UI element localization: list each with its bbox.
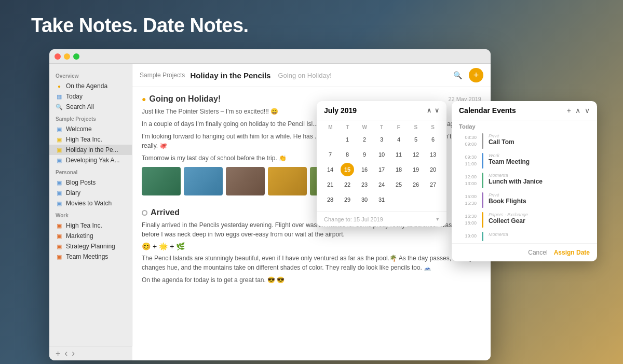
work-section-label: Work	[49, 208, 132, 220]
events-title: Calendar Events	[459, 106, 516, 115]
calendar-day[interactable]: 10	[375, 148, 388, 161]
note-title-2: Arrived	[142, 208, 180, 217]
calendar-day[interactable]: 19	[409, 163, 423, 176]
event-details-6: Momenta	[489, 232, 590, 237]
sidebar-label: Welcome	[66, 125, 92, 133]
nav-prev-icon[interactable]: ‹	[64, 348, 67, 359]
calendar-day[interactable]: 27	[426, 178, 440, 191]
sidebar-label: Today	[66, 93, 83, 100]
calendar-day[interactable]: 25	[392, 178, 405, 191]
calendar-day[interactable]: 5	[409, 133, 423, 146]
traffic-light-red[interactable]	[55, 53, 61, 60]
add-note-icon[interactable]: +	[56, 349, 60, 358]
calendar-day[interactable]: 16	[358, 163, 371, 176]
note-title-text: Going on Holiday!	[149, 94, 221, 104]
event-item-lunch[interactable]: 12:00 13:00 Momenta Lunch with Janice	[452, 171, 597, 190]
sidebar-item-developing-yak[interactable]: ▣ Developing Yak A...	[49, 155, 132, 165]
event-item-team-meeting[interactable]: 09:30 11:00 Work Team Meeting	[452, 151, 597, 171]
event-time-2: 09:30 11:00	[459, 153, 477, 167]
note-image-3	[226, 167, 265, 195]
box-icon: ▣	[56, 157, 63, 164]
calendar-day[interactable]: 24	[375, 178, 388, 191]
event-category-6: Momenta	[489, 232, 590, 237]
events-next-btn[interactable]: ∨	[585, 106, 590, 115]
sidebar-label: Movies to Watch	[66, 200, 112, 207]
box-icon: ▣	[56, 179, 63, 186]
sidebar-item-welcome[interactable]: ▣ Welcome	[49, 124, 132, 134]
calendar-day[interactable]: 2	[358, 133, 371, 146]
sidebar-label: Strategy Planning	[66, 243, 115, 250]
sidebar-bottom-bar: + ‹ ›	[49, 346, 132, 360]
today-label: Today	[452, 120, 597, 131]
search-button[interactable]: 🔍	[450, 68, 465, 82]
calendar-day[interactable]: 4	[392, 133, 405, 146]
personal-section-label: Personal	[49, 165, 132, 177]
calendar-day[interactable]: 9	[358, 148, 371, 161]
sidebar-item-movies[interactable]: ▣ Movies to Watch	[49, 198, 132, 208]
nav-next-icon[interactable]: ›	[72, 348, 75, 359]
calendar-day[interactable]: 23	[358, 178, 371, 191]
sidebar-item-team-meetings[interactable]: ▣ Team Meetings	[49, 251, 132, 262]
note-dot-icon: ●	[142, 95, 146, 103]
calendar-day[interactable]: 14	[323, 163, 337, 176]
calendar-day[interactable]: 17	[375, 163, 388, 176]
calendar-day[interactable]: 26	[409, 178, 423, 191]
calendar-day[interactable]: 18	[392, 163, 405, 176]
sidebar-item-work-high-tea[interactable]: ▣ High Tea Inc.	[49, 220, 132, 231]
event-details-5: Papers · Exchange Collect Gear	[489, 212, 590, 225]
add-button[interactable]: +	[469, 68, 483, 82]
sidebar-item-strategy-planning[interactable]: ▣ Strategy Planning	[49, 241, 132, 251]
traffic-light-green[interactable]	[73, 53, 79, 60]
event-item-collect-gear[interactable]: 16:30 18:00 Papers · Exchange Collect Ge…	[452, 210, 597, 230]
calendar-day[interactable]: 30	[358, 193, 371, 206]
calendar-day[interactable]: 3	[375, 133, 388, 146]
sidebar-item-search-all[interactable]: 🔍 Search All	[49, 102, 132, 112]
events-panel: Calendar Events + ∧ ∨ Today 08:30 09:00 …	[452, 101, 597, 261]
box-icon: ▣	[56, 232, 63, 240]
sidebar-item-on-the-agenda[interactable]: ● On the Agenda	[49, 81, 132, 91]
calendar-day[interactable]: 13	[426, 148, 440, 161]
sidebar-label: Marketing	[66, 232, 93, 240]
sidebar-item-diary[interactable]: ▣ Diary	[49, 188, 132, 198]
event-item-book-flights[interactable]: 15:00 15:30 Privé Book Flights	[452, 190, 597, 210]
sidebar-label: High Tea Inc.	[66, 136, 102, 143]
calendar-scroll-btn[interactable]: ▾	[436, 216, 439, 222]
sidebar-item-high-tea[interactable]: ▣ High Tea Inc.	[49, 134, 132, 145]
event-bar-2	[482, 153, 483, 169]
calendar-next-btn[interactable]: ∨	[435, 107, 439, 114]
calendar-day[interactable]: 21	[323, 178, 337, 191]
note-image-1	[142, 167, 181, 195]
box-icon: ▣	[56, 200, 63, 207]
calendar-day[interactable]: 20	[426, 163, 440, 176]
sidebar-item-blog-posts[interactable]: ▣ Blog Posts	[49, 177, 132, 188]
sidebar-item-marketing[interactable]: ▣ Marketing	[49, 231, 132, 241]
events-header: Calendar Events + ∧ ∨	[452, 101, 597, 120]
events-add-btn[interactable]: +	[567, 106, 571, 115]
calendar-day[interactable]: 6	[426, 133, 440, 146]
note-text-2b: The Pencil Islands are stunningly beauti…	[142, 254, 481, 272]
calendar-icon: ▦	[56, 93, 63, 100]
calendar-day[interactable]: 8	[341, 148, 354, 161]
traffic-light-yellow[interactable]	[64, 53, 70, 60]
calendar-day[interactable]: 28	[323, 193, 337, 206]
calendar-prev-btn[interactable]: ∧	[427, 107, 431, 114]
calendar-day[interactable]: 7	[323, 148, 337, 161]
calendar-day[interactable]: 15	[341, 163, 354, 176]
calendar-day[interactable]: 31	[375, 193, 388, 206]
calendar-days: 1234567891011121314151617181920212223242…	[322, 132, 441, 207]
event-item-call-tom[interactable]: 08:30 09:00 Privé Call Tom	[452, 131, 597, 151]
cancel-button[interactable]: Cancel	[528, 249, 547, 256]
sidebar-label: Blog Posts	[66, 179, 96, 186]
calendar-day[interactable]: 29	[341, 193, 354, 206]
note-text-2c: On the agenda for today is to get a grea…	[142, 275, 481, 285]
sidebar-item-today[interactable]: ▦ Today	[49, 91, 132, 102]
calendar-day[interactable]: 11	[392, 148, 405, 161]
calendar-day[interactable]: 1	[341, 133, 354, 146]
event-time-3: 12:00 13:00	[459, 173, 477, 187]
events-prev-btn[interactable]: ∧	[575, 106, 580, 115]
assign-date-button[interactable]: Assign Date	[554, 249, 590, 256]
calendar-day[interactable]: 12	[409, 148, 423, 161]
sidebar-item-holiday-pencils[interactable]: ▣ Holiday in the Pe...	[49, 145, 132, 155]
event-item-momenta[interactable]: 19:00 Momenta	[452, 230, 597, 243]
calendar-day[interactable]: 22	[341, 178, 354, 191]
